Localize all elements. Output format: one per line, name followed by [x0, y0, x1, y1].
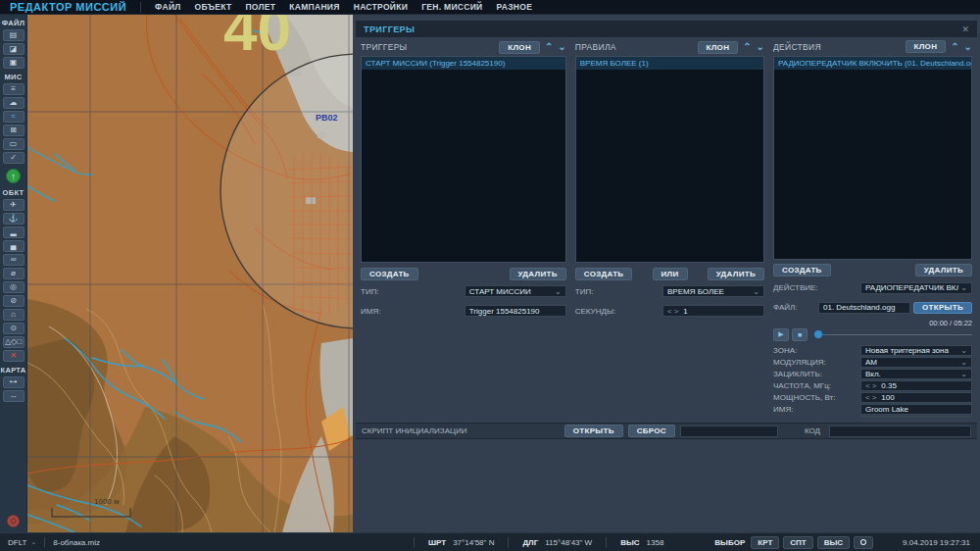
transmitter-name-input[interactable]: Groom Lake — [860, 404, 972, 415]
chevron-down-icon: ⌄ — [960, 358, 967, 367]
open-file-button[interactable]: ОТКРЫТЬ — [913, 302, 972, 314]
frequency-stepper[interactable]: < > 0.35 — [860, 380, 972, 391]
delete-object-button[interactable]: ✕ — [3, 350, 24, 362]
modulation-select[interactable]: AM ⌄ — [860, 357, 972, 368]
zone-select[interactable]: Новая триггерная зона ⌄ — [860, 345, 972, 356]
triggers-list[interactable]: СТАРТ МИССИИ (Trigger 1554825190) — [361, 56, 566, 263]
move-down-icon[interactable]: ⌄ — [558, 42, 565, 52]
power-stepper[interactable]: < > 100 — [860, 392, 972, 403]
move-up-icon[interactable]: ⌃ — [545, 42, 553, 52]
play-icon: ▶ — [778, 330, 783, 338]
delete-rule-button[interactable]: УДАЛИТЬ — [708, 268, 764, 280]
move-down-icon[interactable]: ⌄ — [757, 42, 764, 52]
decrement-icon[interactable]: < — [865, 381, 870, 390]
add-vehicle-button[interactable]: ▄ — [3, 240, 24, 252]
create-action-button[interactable]: СОЗДАТЬ — [773, 264, 831, 276]
action-list-item[interactable]: РАДИОПЕРЕДАТЧИК ВКЛЮЧИТЬ (01. Deutschlan… — [774, 57, 971, 70]
ruler-button[interactable]: ↔ — [3, 390, 24, 402]
delete-trigger-button[interactable]: УДАЛИТЬ — [510, 268, 566, 280]
open-mission-button[interactable]: ◪ — [3, 43, 24, 55]
or-rule-button[interactable]: ИЛИ — [653, 268, 688, 280]
map-key-icon: ⊶ — [10, 378, 18, 386]
profile-selector[interactable]: DFLT ⌄ — [8, 538, 36, 547]
failures-button[interactable]: ⊠ — [3, 125, 24, 136]
map-waypoint-label: РВ02 — [316, 113, 338, 123]
create-rule-button[interactable]: СОЗДАТЬ — [575, 268, 633, 280]
menu-settings[interactable]: НАСТРОЙКИ — [354, 2, 408, 12]
loop-select[interactable]: Вкл. ⌄ — [860, 369, 972, 379]
lamp-icon — [860, 539, 866, 545]
save-mission-button[interactable]: ▣ — [3, 57, 24, 69]
trigger-list-item[interactable]: СТАРТ МИССИИ (Trigger 1554825190) — [362, 57, 565, 70]
action-type-label: ДЕЙСТВИЕ: — [773, 283, 860, 292]
add-helicopter-button[interactable]: ⚓ — [3, 213, 24, 225]
rule-type-select[interactable]: ВРЕМЯ БОЛЕЕ ⌄ — [662, 285, 764, 297]
lighting-toggle[interactable] — [854, 536, 873, 549]
close-icon[interactable]: ✕ — [961, 25, 969, 34]
menu-campaign[interactable]: КАМПАНИЯ — [289, 2, 339, 12]
clone-action-button[interactable]: КЛОН — [906, 40, 947, 53]
template-button[interactable]: △◇□ — [3, 336, 24, 348]
add-trigger-zone-button[interactable]: ◎ — [3, 281, 24, 293]
rule-type-label: ТИП: — [575, 287, 662, 296]
satellite-view-toggle[interactable]: СПТ — [783, 536, 812, 549]
add-airplane-button[interactable]: ✈ — [3, 199, 24, 211]
weather-button[interactable]: ☁ — [3, 97, 24, 109]
briefing-button[interactable]: ≡ — [3, 83, 24, 95]
seconds-stepper[interactable]: < > 1 — [662, 305, 764, 317]
increment-icon[interactable]: > — [872, 381, 877, 390]
move-down-icon[interactable]: ⌄ — [964, 42, 972, 52]
frequency-label: ЧАСТОТА, МГц: — [773, 381, 860, 390]
restricted-zone-button[interactable]: ⊘ — [3, 295, 24, 307]
move-up-icon[interactable]: ⌃ — [743, 42, 751, 52]
clone-trigger-button[interactable]: КЛОН — [499, 41, 540, 54]
audio-seek-slider[interactable] — [810, 328, 972, 341]
stop-button[interactable]: ■ — [792, 328, 808, 341]
decrement-icon[interactable]: < — [667, 307, 672, 316]
chevron-down-icon: ⌄ — [555, 287, 562, 296]
mission-check-button[interactable]: ✓ — [3, 152, 24, 164]
map-viewport[interactable]: 40 РВ02 1000 м — [27, 15, 353, 532]
trigger-name-input[interactable]: Trigger 1554825190 — [465, 305, 566, 317]
start-delay-stepper[interactable]: < > 0 — [860, 416, 972, 417]
menu-object[interactable]: ОБЪЕКТ — [195, 2, 232, 12]
menu-mission-gen[interactable]: ГЕН. МИССИЙ — [421, 2, 482, 12]
actions-list[interactable]: РАДИОПЕРЕДАТЧИК ВКЛЮЧИТЬ (01. Deutschlan… — [773, 56, 972, 260]
audio-seek-knob[interactable] — [814, 330, 822, 338]
rule-list-item[interactable]: ВРЕМЯ БОЛЕЕ (1) — [576, 57, 763, 70]
new-mission-button[interactable]: ▤ — [3, 29, 24, 41]
trigger-type-select[interactable]: СТАРТ МИССИИ ⌄ — [465, 285, 566, 297]
menu-file[interactable]: ФАЙЛ — [155, 2, 180, 12]
linked-group-button[interactable]: ⊙ — [3, 323, 24, 334]
script-file-input[interactable] — [680, 426, 778, 437]
open-script-button[interactable]: ОТКРЫТЬ — [564, 425, 623, 437]
clone-rule-button[interactable]: КЛОН — [698, 41, 739, 54]
map-legend-button[interactable]: ⊶ — [3, 376, 24, 388]
add-train-button[interactable]: ∞ — [3, 254, 24, 266]
increment-icon[interactable]: > — [872, 393, 877, 402]
menu-flight[interactable]: ПОЛЕТ — [245, 2, 275, 12]
reset-script-button[interactable]: СБРОС — [628, 425, 675, 437]
altitude-view-toggle[interactable]: ВЫС — [817, 536, 850, 549]
add-ship-button[interactable]: ▂ — [3, 226, 24, 238]
action-type-select[interactable]: РАДИОПЕРЕДАТЧИК ВКЛЮЧИТЬ ⌄ — [860, 282, 972, 294]
exit-icon: ⏣ — [10, 518, 17, 526]
sound-file-input[interactable]: 01. Deutschland.ogg — [818, 302, 910, 314]
payload-button[interactable]: ▭ — [3, 138, 24, 150]
create-trigger-button[interactable]: СОЗДАТЬ — [361, 268, 418, 280]
fly-mission-button[interactable]: ↑ — [6, 169, 21, 183]
delete-action-button[interactable]: УДАЛИТЬ — [915, 264, 972, 276]
menu-misc[interactable]: РАЗНОЕ — [497, 2, 533, 12]
add-farp-button[interactable]: ⌂ — [3, 309, 24, 321]
increment-icon[interactable]: > — [674, 307, 679, 316]
script-code-input[interactable] — [829, 426, 971, 437]
play-button[interactable]: ▶ — [773, 328, 789, 341]
add-static-button[interactable]: ⌀ — [3, 268, 24, 279]
map-canvas[interactable]: 40 РВ02 1000 м — [27, 15, 353, 532]
routes-button[interactable]: ≈ — [3, 111, 24, 123]
exit-button[interactable]: ⏣ — [7, 515, 20, 527]
map-view-toggle[interactable]: КРТ — [751, 536, 779, 549]
move-up-icon[interactable]: ⌃ — [951, 42, 958, 52]
decrement-icon[interactable]: < — [865, 393, 870, 402]
rules-list[interactable]: ВРЕМЯ БОЛЕЕ (1) — [575, 56, 764, 263]
